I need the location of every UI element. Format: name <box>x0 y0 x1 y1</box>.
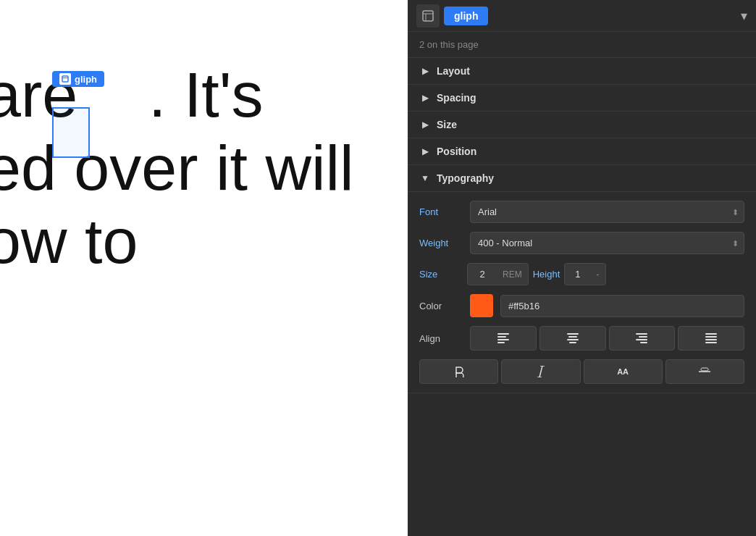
gliph-tab[interactable]: gliph <box>444 7 488 25</box>
svg-line-21 <box>539 366 542 377</box>
font-select-wrapper: Arial Helvetica Times New Roman Georgia <box>470 201 744 223</box>
color-swatch[interactable] <box>470 294 493 317</box>
color-row: Color <box>419 294 744 317</box>
chevron-right-icon: ▶ <box>419 92 431 104</box>
section-typography[interactable]: ▼ Typography <box>408 165 756 192</box>
weight-row: Weight 400 - Normal 100 - Thin 200 - Ext… <box>419 232 744 254</box>
svg-rect-6 <box>497 336 506 338</box>
svg-rect-13 <box>636 333 647 335</box>
glyph-selection-box <box>52 107 90 158</box>
svg-rect-8 <box>497 342 505 343</box>
size-label: Size <box>419 269 463 280</box>
uppercase-button[interactable]: AA <box>584 359 663 384</box>
svg-rect-18 <box>705 336 717 338</box>
svg-rect-10 <box>568 336 577 338</box>
section-position-label: Position <box>437 146 476 157</box>
color-hex-input[interactable] <box>500 295 744 317</box>
style-bottom-row: AA <box>408 359 756 393</box>
svg-rect-15 <box>636 339 647 340</box>
align-right-button[interactable] <box>609 326 676 351</box>
align-justify-button[interactable] <box>678 326 744 351</box>
sections-list: ▶ Layout ▶ Spacing ▶ Size ▶ Position ▼ T… <box>408 58 756 536</box>
size-input[interactable] <box>468 264 497 285</box>
section-layout-label: Layout <box>437 65 470 77</box>
svg-rect-7 <box>497 339 509 340</box>
right-panel: gliph ▾ 2 on this page ▶ Layout ▶ Spacin… <box>408 0 756 536</box>
header-dropdown-arrow[interactable]: ▾ <box>741 8 747 24</box>
color-label: Color <box>419 301 463 311</box>
section-spacing[interactable]: ▶ Spacing <box>408 85 756 112</box>
font-label: Font <box>419 206 463 217</box>
chevron-right-icon: ▶ <box>419 65 431 77</box>
weight-select-wrapper: 400 - Normal 100 - Thin 200 - Extra Ligh… <box>470 232 744 254</box>
size-unit: REM <box>497 264 528 285</box>
weight-select[interactable]: 400 - Normal 100 - Thin 200 - Extra Ligh… <box>470 232 744 254</box>
bold-button[interactable] <box>419 359 498 384</box>
align-left-button[interactable] <box>470 326 537 351</box>
svg-rect-11 <box>567 339 579 340</box>
gliph-badge[interactable]: gliph <box>52 71 104 87</box>
size-input-group: REM <box>467 263 529 285</box>
element-icon-button[interactable] <box>416 4 440 28</box>
canvas-area: gliph are . It's ed over it will ow to <box>0 0 408 536</box>
section-layout[interactable]: ▶ Layout <box>408 58 756 85</box>
italic-button[interactable] <box>501 359 580 384</box>
weight-label: Weight <box>419 238 463 248</box>
svg-rect-19 <box>705 339 717 340</box>
gliph-badge-icon <box>59 73 71 85</box>
svg-rect-5 <box>497 333 509 335</box>
height-input-group: - <box>564 263 605 285</box>
height-dash: - <box>590 264 605 285</box>
align-group <box>470 326 744 351</box>
chevron-right-icon: ▶ <box>419 119 431 130</box>
svg-rect-9 <box>567 333 579 335</box>
typography-section: ▼ Typography Font Arial Helvetica Times … <box>408 165 756 393</box>
svg-rect-2 <box>423 11 433 21</box>
chevron-down-icon: ▼ <box>419 172 431 184</box>
font-select[interactable]: Arial Helvetica Times New Roman Georgia <box>470 201 744 223</box>
canvas-text: are . It's ed over it will ow to <box>0 58 354 278</box>
section-size[interactable]: ▶ Size <box>408 112 756 138</box>
svg-rect-20 <box>705 342 717 343</box>
section-position[interactable]: ▶ Position <box>408 138 756 165</box>
svg-rect-0 <box>62 76 68 82</box>
section-size-label: Size <box>437 119 457 130</box>
font-row: Font Arial Helvetica Times New Roman Geo… <box>419 201 744 223</box>
gliph-badge-label: gliph <box>75 74 97 85</box>
height-input[interactable] <box>565 264 590 285</box>
sub-header: 2 on this page <box>408 32 756 58</box>
align-center-button[interactable] <box>539 326 606 351</box>
svg-rect-17 <box>705 333 717 335</box>
section-spacing-label: Spacing <box>437 92 476 104</box>
svg-rect-12 <box>569 342 576 343</box>
strikethrough-button[interactable] <box>665 359 744 384</box>
align-label: Align <box>419 333 463 344</box>
typography-fields: Font Arial Helvetica Times New Roman Geo… <box>408 192 756 359</box>
svg-rect-16 <box>640 342 647 343</box>
align-row: Align <box>419 326 744 351</box>
canvas-line-3: ow to <box>0 204 354 277</box>
section-typography-label: Typography <box>437 172 494 184</box>
height-label: Height <box>533 269 560 280</box>
chevron-right-icon: ▶ <box>419 146 431 157</box>
page-count-label: 2 on this page <box>419 39 479 50</box>
panel-header: gliph ▾ <box>408 0 756 32</box>
size-height-row: Size REM Height - <box>419 263 744 285</box>
svg-rect-14 <box>639 336 647 338</box>
